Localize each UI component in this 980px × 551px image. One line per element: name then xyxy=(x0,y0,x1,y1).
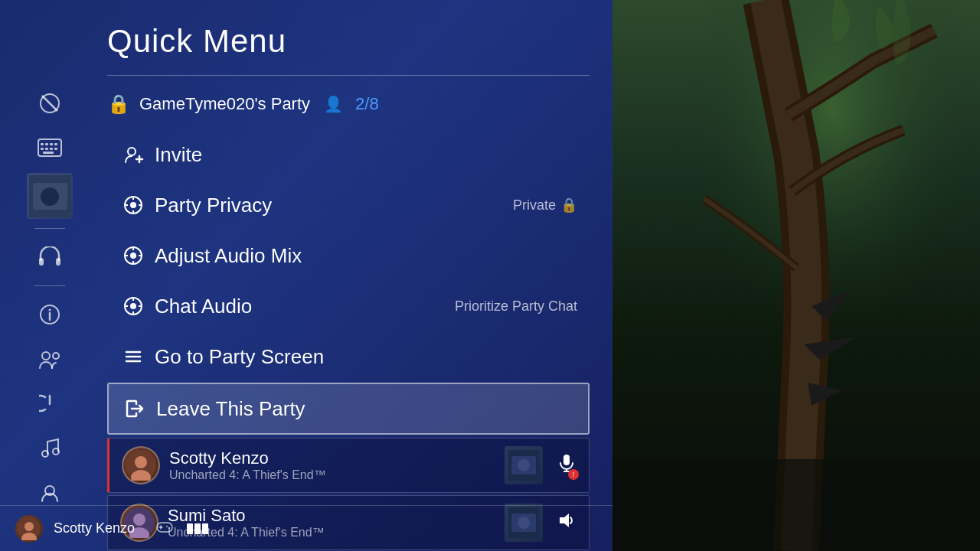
sidebar xyxy=(0,77,100,511)
svg-point-61 xyxy=(53,353,59,359)
chat-audio-icon xyxy=(119,292,147,320)
chat-audio-value: Prioritize Party Chat xyxy=(455,298,577,315)
svg-rect-47 xyxy=(41,148,44,150)
sidebar-divider-2 xyxy=(34,285,65,286)
battery-icon xyxy=(187,523,208,534)
menu-item-invite[interactable]: Invite xyxy=(107,130,590,179)
party-count: 2/8 xyxy=(355,94,379,114)
svg-rect-50 xyxy=(54,148,57,150)
svg-rect-51 xyxy=(43,152,54,154)
party-member-scotty[interactable]: Scotty Kenzo Uncharted 4: A Thief's End™… xyxy=(107,438,590,493)
sidebar-icon-power[interactable] xyxy=(31,384,69,422)
scotty-name: Scotty Kenzo xyxy=(169,448,505,468)
menu-item-chat-audio[interactable]: Chat Audio Prioritize Party Chat xyxy=(107,282,590,331)
svg-rect-46 xyxy=(54,143,57,145)
svg-point-73 xyxy=(168,527,170,529)
scotty-game-icon xyxy=(505,446,543,484)
sidebar-divider-1 xyxy=(34,228,65,229)
menu-item-go-party-screen[interactable]: Go to Party Screen xyxy=(107,332,590,381)
scotty-mic-status: ! xyxy=(557,453,577,478)
svg-point-29 xyxy=(518,459,530,471)
go-party-screen-icon xyxy=(119,343,147,370)
svg-point-72 xyxy=(166,526,168,527)
party-privacy-label: Party Privacy xyxy=(155,194,513,217)
svg-rect-45 xyxy=(50,143,53,145)
svg-rect-56 xyxy=(56,258,60,266)
party-member-icon: 👤 xyxy=(324,95,343,113)
scotty-game: Uncharted 4: A Thief's End™ xyxy=(169,468,505,482)
svg-rect-55 xyxy=(39,258,44,266)
sidebar-icon-game[interactable] xyxy=(27,173,73,219)
invite-icon xyxy=(119,141,147,168)
go-party-screen-label: Go to Party Screen xyxy=(155,345,577,369)
bottom-controller-icon xyxy=(153,519,176,538)
leave-party-icon xyxy=(121,395,149,422)
invite-label: Invite xyxy=(155,143,577,167)
svg-rect-30 xyxy=(564,455,570,465)
bottom-bar: Scotty Kenzo xyxy=(0,505,612,551)
sidebar-icon-info[interactable] xyxy=(31,295,69,334)
sidebar-icon-keyboard[interactable] xyxy=(31,129,69,167)
party-privacy-value: Private 🔒 xyxy=(513,197,577,214)
svg-rect-49 xyxy=(50,148,53,150)
party-lock-icon: 🔒 xyxy=(107,93,130,115)
scotty-avatar xyxy=(122,446,160,484)
party-name: GameTyme020's Party xyxy=(139,94,310,114)
svg-point-4 xyxy=(130,202,136,208)
svg-point-16 xyxy=(130,303,136,309)
scotty-info: Scotty Kenzo Uncharted 4: A Thief's End™ xyxy=(169,448,505,482)
sidebar-icon-no-signal[interactable] xyxy=(31,84,69,122)
sidebar-icon-music[interactable] xyxy=(31,429,69,467)
svg-point-25 xyxy=(135,456,147,468)
svg-point-67 xyxy=(24,522,34,531)
chat-audio-label: Chat Audio xyxy=(155,295,455,318)
svg-point-54 xyxy=(41,187,59,206)
svg-rect-76 xyxy=(612,459,980,551)
game-background: 1:05 PM xyxy=(612,0,980,551)
party-privacy-icon xyxy=(119,191,147,219)
title-divider xyxy=(107,75,590,76)
svg-point-60 xyxy=(42,352,50,360)
svg-point-0 xyxy=(128,148,136,155)
menu-item-leave-party[interactable]: Leave This Party xyxy=(107,383,590,435)
page-title: Quick Menu xyxy=(107,23,590,60)
bottom-username: Scotty Kenzo xyxy=(54,520,135,536)
adjust-audio-icon xyxy=(119,242,147,269)
svg-rect-48 xyxy=(45,148,48,150)
sidebar-icon-headset[interactable] xyxy=(31,238,69,276)
mic-badge: ! xyxy=(568,469,579,480)
svg-point-10 xyxy=(130,253,136,259)
menu-item-adjust-audio[interactable]: Adjust Audio Mix xyxy=(107,231,590,280)
svg-line-41 xyxy=(42,96,57,111)
sidebar-icon-party[interactable] xyxy=(31,340,69,378)
menu-item-party-privacy[interactable]: Party Privacy Private 🔒 xyxy=(107,181,590,230)
adjust-audio-label: Adjust Audio Mix xyxy=(155,244,577,268)
svg-rect-43 xyxy=(41,143,44,145)
leave-party-label: Leave This Party xyxy=(156,397,576,421)
svg-rect-44 xyxy=(45,143,48,145)
svg-point-59 xyxy=(49,309,51,311)
bottom-avatar xyxy=(15,515,43,543)
party-header: 🔒 GameTyme020's Party 👤 2/8 xyxy=(107,87,590,121)
